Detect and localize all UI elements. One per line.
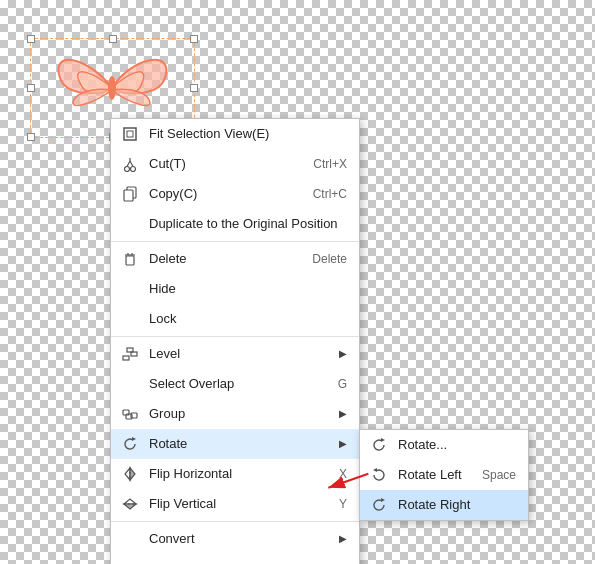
submenu-label-rotate-any: Rotate... — [398, 434, 447, 456]
cut-icon — [121, 155, 139, 173]
menu-item-cut[interactable]: Cut(T) Ctrl+X — [111, 149, 359, 179]
svg-rect-16 — [127, 348, 133, 352]
menu-label-select-overlap: Select Overlap — [149, 373, 234, 395]
red-arrow-indicator — [320, 468, 370, 496]
fit-selection-icon — [121, 125, 139, 143]
menu-label-property: Property... — [149, 558, 208, 564]
menu-item-delete[interactable]: Delete Delete — [111, 244, 359, 274]
menu-label-level: Level — [149, 343, 180, 365]
svg-rect-14 — [123, 356, 129, 360]
separator-1 — [111, 241, 359, 242]
menu-item-level[interactable]: Level ▶ — [111, 339, 359, 369]
shortcut-flip-vertical: Y — [339, 493, 347, 515]
menu-label-flip-horizontal: Flip Horizontal — [149, 463, 232, 485]
flip-vertical-icon — [121, 495, 139, 513]
submenu-label-rotate-left: Rotate Left — [398, 464, 462, 486]
shortcut-select-overlap: G — [338, 373, 347, 395]
svg-line-6 — [130, 161, 133, 167]
arrow-level: ▶ — [339, 343, 347, 365]
menu-item-convert[interactable]: Convert ▶ — [111, 524, 359, 554]
rotate-icon — [121, 435, 139, 453]
arrow-rotate: ▶ — [339, 433, 347, 455]
svg-rect-9 — [124, 190, 133, 201]
menu-label-duplicate: Duplicate to the Original Position — [149, 213, 338, 235]
svg-line-27 — [328, 474, 368, 488]
menu-item-property[interactable]: Property... — [111, 554, 359, 564]
arrow-convert: ▶ — [339, 528, 347, 550]
menu-label-cut: Cut(T) — [149, 153, 186, 175]
menu-label-rotate: Rotate — [149, 433, 187, 455]
separator-3 — [111, 521, 359, 522]
shortcut-copy: Ctrl+C — [313, 183, 347, 205]
handle-mid-left[interactable] — [27, 84, 35, 92]
submenu-label-rotate-right: Rotate Right — [398, 494, 470, 516]
svg-marker-20 — [132, 437, 136, 441]
menu-item-hide[interactable]: Hide — [111, 274, 359, 304]
svg-rect-10 — [126, 256, 134, 265]
handle-top-left[interactable] — [27, 35, 35, 43]
menu-label-convert: Convert — [149, 528, 195, 550]
menu-label-flip-vertical: Flip Vertical — [149, 493, 216, 515]
handle-top-mid[interactable] — [109, 35, 117, 43]
menu-item-fit-selection[interactable]: Fit Selection View(E) — [111, 119, 359, 149]
submenu-item-rotate-right[interactable]: Rotate Right — [360, 490, 528, 520]
menu-item-group[interactable]: Group ▶ — [111, 399, 359, 429]
copy-icon — [121, 185, 139, 203]
menu-item-copy[interactable]: Copy(C) Ctrl+C — [111, 179, 359, 209]
handle-top-right[interactable] — [190, 35, 198, 43]
separator-2 — [111, 336, 359, 337]
menu-label-hide: Hide — [149, 278, 176, 300]
rotate-left-icon — [370, 466, 388, 484]
arrow-group: ▶ — [339, 403, 347, 425]
menu-label-copy: Copy(C) — [149, 183, 197, 205]
level-icon — [121, 345, 139, 363]
menu-label-lock: Lock — [149, 308, 176, 330]
svg-marker-22 — [373, 468, 377, 472]
svg-point-3 — [125, 167, 130, 172]
menu-item-rotate[interactable]: Rotate ▶ Rotate... Rotate Left Space — [111, 429, 359, 459]
context-menu: Fit Selection View(E) Cut(T) Ctrl+X Copy… — [110, 118, 360, 564]
svg-rect-2 — [127, 131, 133, 137]
menu-item-lock[interactable]: Lock — [111, 304, 359, 334]
menu-item-duplicate[interactable]: Duplicate to the Original Position — [111, 209, 359, 239]
menu-label-group: Group — [149, 403, 185, 425]
delete-icon — [121, 250, 139, 268]
menu-item-select-overlap[interactable]: Select Overlap G — [111, 369, 359, 399]
svg-rect-15 — [131, 352, 137, 356]
rotate-right-icon — [370, 496, 388, 514]
menu-label-delete: Delete — [149, 248, 187, 270]
submenu-item-rotate-left[interactable]: Rotate Left Space — [360, 460, 528, 490]
shortcut-cut: Ctrl+X — [313, 153, 347, 175]
group-icon — [121, 405, 139, 423]
flip-horizontal-icon — [121, 465, 139, 483]
svg-marker-21 — [381, 438, 385, 442]
svg-point-4 — [131, 167, 136, 172]
svg-line-5 — [127, 161, 130, 167]
svg-rect-1 — [124, 128, 136, 140]
rotate-any-icon — [370, 436, 388, 454]
rotate-submenu: Rotate... Rotate Left Space Rotate Right — [359, 429, 529, 521]
submenu-item-rotate-any[interactable]: Rotate... — [360, 430, 528, 460]
handle-mid-right[interactable] — [190, 84, 198, 92]
shortcut-delete: Delete — [312, 248, 347, 270]
menu-label-fit-selection: Fit Selection View(E) — [149, 123, 269, 145]
svg-marker-23 — [381, 498, 385, 502]
handle-bot-left[interactable] — [27, 133, 35, 141]
shortcut-rotate-left: Space — [482, 464, 516, 486]
